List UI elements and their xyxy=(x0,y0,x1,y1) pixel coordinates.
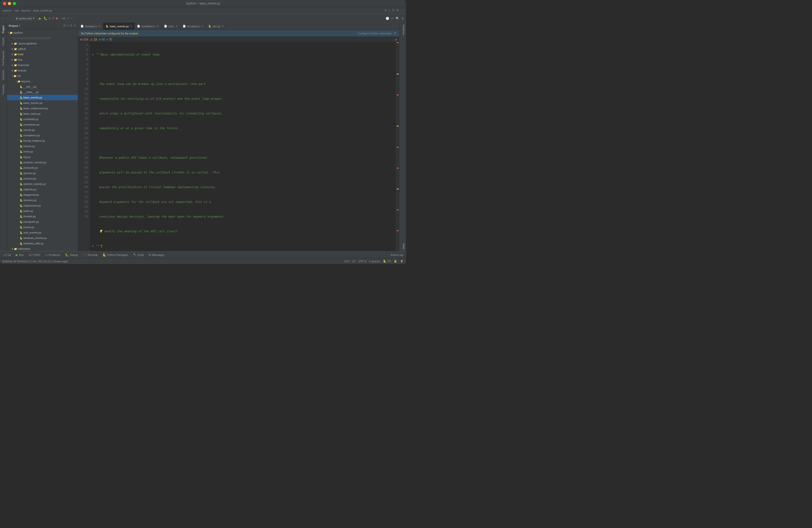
messages-button[interactable]: ✉ Messages xyxy=(148,253,165,257)
tree-file-windows-utils[interactable]: 🐍 windows_utils.py xyxy=(7,241,78,246)
tree-file-coroutines[interactable]: 🐍 coroutines.py xyxy=(7,122,78,127)
tree-folder-lib[interactable]: ▾ 📁 Lib xyxy=(7,73,78,78)
tree-folder-grammar[interactable]: ▶ 📁 Grammar xyxy=(7,62,78,68)
right-tab-database[interactable]: Database xyxy=(400,23,406,37)
profile-button[interactable]: ⏱ xyxy=(52,17,55,20)
tree-file-locks[interactable]: 🐍 locks.py xyxy=(7,149,78,154)
tab-abc-py[interactable]: 🐍 abc.py ✕ xyxy=(206,23,226,30)
tab-close-icon[interactable]: ✕ xyxy=(99,25,100,28)
tree-file-trsock[interactable]: 🐍 trsock.py xyxy=(7,224,78,230)
tree-file-transports[interactable]: 🐍 transports.py xyxy=(7,219,78,224)
toolbar-action-icon[interactable]: ⚙ xyxy=(396,9,399,12)
collapse-icon[interactable]: ∧ xyxy=(395,38,397,41)
right-tab-make[interactable]: Make xyxy=(400,241,406,251)
build-button[interactable]: 🔨 Build xyxy=(132,253,145,257)
tree-folder-collections[interactable]: ▶ 📁 collections xyxy=(7,246,78,251)
tab-close-icon[interactable]: ✕ xyxy=(222,25,224,28)
breadcrumb-item[interactable]: base_events.py xyxy=(33,9,52,12)
tree-file-tasks[interactable]: 🐍 tasks.py xyxy=(7,208,78,214)
run-with-coverage-button[interactable]: ⊙ xyxy=(48,17,51,20)
tree-file-main[interactable]: 🐍 __main__.py xyxy=(7,89,78,95)
undo-icon[interactable]: ↩ xyxy=(391,17,394,20)
tree-file-base-futures[interactable]: 🐍 base_futures.py xyxy=(7,100,78,106)
tree-file-format-helpers[interactable]: 🐍 format_helpers.py xyxy=(7,138,78,143)
configure-link[interactable]: Configure Python interpreter xyxy=(358,32,392,35)
tree-file-streams[interactable]: 🐍 streams.py xyxy=(7,197,78,203)
tree-file-threads[interactable]: 🐍 threads.py xyxy=(7,214,78,219)
sidebar-tab-commit[interactable]: Commit xyxy=(1,35,6,48)
breadcrumb-item[interactable]: cpython xyxy=(2,9,12,12)
tree-folder-include[interactable]: ▶ 📁 Include xyxy=(7,68,78,73)
vcs-arrow-up[interactable]: ↑ xyxy=(71,17,72,20)
tree-folder-azure[interactable]: ▶ 📁 .azure-pipelines xyxy=(7,41,78,46)
tab-close-icon[interactable]: ✕ xyxy=(201,25,203,28)
toolbar-action-icon[interactable]: ≡ xyxy=(389,9,390,12)
sidebar-tab-pull-requests[interactable]: Pull Requests xyxy=(1,49,6,68)
minimize-button[interactable] xyxy=(8,2,11,5)
terminal-button[interactable]: ⬛ Terminal xyxy=(82,253,99,257)
settings-icon[interactable]: ⚙ xyxy=(401,17,404,20)
tree-folder-doc[interactable]: ▶ 📁 Doc xyxy=(7,57,78,62)
vcs-arrow-down[interactable]: ↓ xyxy=(73,17,74,20)
tree-file-selector-events[interactable]: 🐍 selector_events.py xyxy=(7,181,78,187)
todo-button[interactable]: ☑ TODO xyxy=(28,253,41,257)
sidebar-tab-structure[interactable]: Structure xyxy=(1,68,6,82)
breadcrumb-item[interactable]: asyncio xyxy=(21,9,30,12)
tree-file-queues[interactable]: 🐍 queues.py xyxy=(7,171,78,176)
tree-file-init[interactable]: 🐍 __init__.py xyxy=(7,84,78,89)
configure-settings-icon[interactable]: ⚙ xyxy=(394,32,396,35)
sidebar-tab-project[interactable]: Project xyxy=(1,24,6,35)
tree-file-proactor-events[interactable]: 🐍 proactor_events.py xyxy=(7,160,78,165)
tree-file-log[interactable]: 🐍 log.py xyxy=(7,154,78,160)
nav-back-icon[interactable]: ← xyxy=(2,17,5,20)
tree-file-exceptions[interactable]: 🐍 exceptions.py xyxy=(7,133,78,138)
toolbar-action-icon[interactable]: ⚙ xyxy=(385,9,387,12)
maximize-button[interactable] xyxy=(13,2,16,5)
tab-call-c[interactable]: 📄 call.c ✕ xyxy=(162,23,180,30)
tab-base-events-py[interactable]: 🐍 base_events.py ✕ xyxy=(103,23,135,30)
tree-folder-github[interactable]: ▶ 📁 .github xyxy=(7,46,78,52)
debug-button[interactable]: 🐛 xyxy=(43,16,47,20)
tab-iterobject-c[interactable]: 📄 iterobject.c ✕ xyxy=(180,23,206,30)
sidebar-tab-favorites[interactable]: Favorites xyxy=(1,83,6,97)
tab-boolobject-c[interactable]: 📄 boolobject.c ✕ xyxy=(135,23,162,30)
nav-forward-icon[interactable]: → xyxy=(6,17,9,20)
tree-file-staggered[interactable]: 🐍 staggered.py xyxy=(7,192,78,197)
tree-root-cpython[interactable]: ▾ 📁 cpython xyxy=(7,30,78,35)
tab-close-icon-active[interactable]: ✕ xyxy=(130,25,132,28)
tree-file-protocols[interactable]: 🐍 protocols.py xyxy=(7,165,78,171)
tab-close-icon[interactable]: ✕ xyxy=(157,25,159,28)
git-button[interactable]: ⎇ Git xyxy=(2,253,12,257)
tree-file-sslproto[interactable]: 🐍 sslproto.py xyxy=(7,187,78,192)
tree-file-futures[interactable]: 🐍 futures.py xyxy=(7,143,78,149)
tree-file-constants[interactable]: 🐍 constants.py xyxy=(7,116,78,122)
run-bottom-button[interactable]: ▶ Run xyxy=(15,253,25,257)
stop-button[interactable]: ■ xyxy=(56,17,57,20)
tree-file-unix-events[interactable]: 🐍 unix_events.py xyxy=(7,230,78,235)
tree-file-base-events[interactable]: 🐍 base_events.py xyxy=(7,95,78,100)
close-button[interactable] xyxy=(3,2,6,5)
tree-file-runners[interactable]: 🐍 runners.py xyxy=(7,176,78,181)
panel-close-icon[interactable]: ✕ xyxy=(74,24,76,27)
tree-file-windows-events[interactable]: 🐍 windows_events.py xyxy=(7,235,78,241)
python-version[interactable]: 🐍 3.9 xyxy=(383,260,391,263)
code-content[interactable]: ⊖ """Base implementation of event loop. … xyxy=(90,42,396,251)
python-packages-button[interactable]: 🐍 Python Packages xyxy=(101,253,129,257)
panel-sort-icon[interactable]: ⇅ xyxy=(70,24,72,27)
tab-close-icon[interactable]: ✕ xyxy=(176,25,177,28)
tree-folder-asyncio[interactable]: ▾ 📁 asyncio xyxy=(7,78,78,84)
run-config-dropdown[interactable]: 🖥 python-dev ▾ xyxy=(13,16,37,20)
code-editor[interactable]: 1 2 3 4 5 6 7 8 9 10 11 12 13 14 15 16 1… xyxy=(78,42,399,251)
tree-folder-build[interactable]: ▶ 📁 build xyxy=(7,52,78,57)
panel-dropdown-icon[interactable]: ▾ xyxy=(19,24,20,27)
toolbar-action-icon[interactable]: — xyxy=(401,9,404,12)
search-everywhere-icon[interactable]: 🔍 xyxy=(396,17,400,20)
run-button[interactable]: ▶ xyxy=(38,16,43,21)
tree-file-base-tasks[interactable]: 🐍 base_tasks.py xyxy=(7,111,78,116)
event-log-button[interactable]: Event Log xyxy=(390,253,404,257)
tree-file-base-subprocess[interactable]: 🐍 base_subprocess.py xyxy=(7,106,78,111)
tab-listobject-c[interactable]: 📄 listobject.c ✕ xyxy=(78,23,103,30)
toolbar-action-icon[interactable]: ⇅ xyxy=(392,9,394,12)
problems-button[interactable]: ⚠ Problems xyxy=(44,253,61,257)
tree-file-subprocess[interactable]: 🐍 subprocess.py xyxy=(7,203,78,208)
